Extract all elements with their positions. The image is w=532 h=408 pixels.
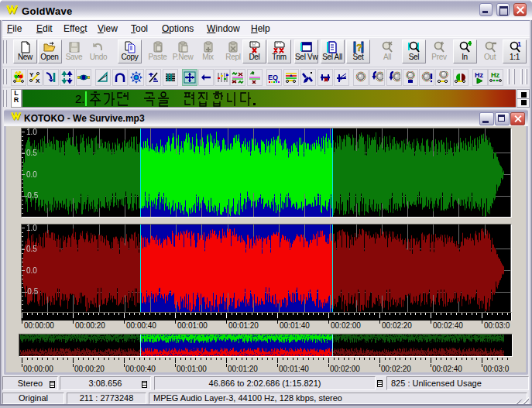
svg-text:Y: Y — [29, 71, 34, 78]
svg-text:Hz: Hz — [491, 71, 499, 79]
svg-text:EQ: EQ — [268, 74, 278, 81]
svg-text:1: 1 — [517, 41, 521, 48]
svg-text:?: ? — [356, 43, 362, 53]
svg-text:2.: 2. — [75, 92, 85, 105]
svg-text:Hz: Hz — [475, 71, 483, 79]
svg-text:X: X — [36, 77, 40, 84]
